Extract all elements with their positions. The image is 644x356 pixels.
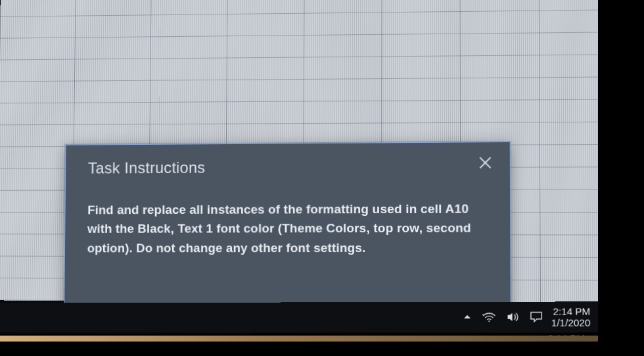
taskbar-reflection: 2:14 PM (0, 332, 598, 336)
taskbar-clock[interactable]: 2:14 PM 1/1/2020 (551, 305, 591, 328)
dialog-title: Task Instructions (88, 157, 490, 177)
action-center-icon[interactable] (530, 312, 541, 322)
task-instructions-dialog: Task Instructions Find and replace all i… (64, 141, 511, 311)
taskbar[interactable]: * 2:14 PM 1/1/2020 (0, 301, 598, 332)
taskbar-date: 1/1/2020 (551, 317, 590, 328)
tray-overflow-icon[interactable] (463, 313, 472, 322)
volume-icon[interactable] (506, 312, 519, 322)
reflection-time: 2:14 PM (547, 332, 585, 336)
taskbar-time: 2:14 PM (551, 305, 590, 317)
screen-area: Task Instructions Find and replace all i… (0, 0, 598, 336)
svg-text:*: * (482, 313, 484, 318)
svg-point-2 (488, 320, 490, 322)
close-icon (478, 155, 492, 172)
monitor-bezel-bottom (0, 342, 644, 356)
dialog-body-text: Find and replace all instances of the fo… (87, 199, 490, 257)
monitor-bezel-right (598, 0, 644, 356)
close-button[interactable] (475, 154, 495, 174)
photo-scene: Task Instructions Find and replace all i… (0, 0, 644, 356)
wifi-icon[interactable]: * (482, 312, 495, 322)
system-tray[interactable]: * (463, 312, 542, 322)
